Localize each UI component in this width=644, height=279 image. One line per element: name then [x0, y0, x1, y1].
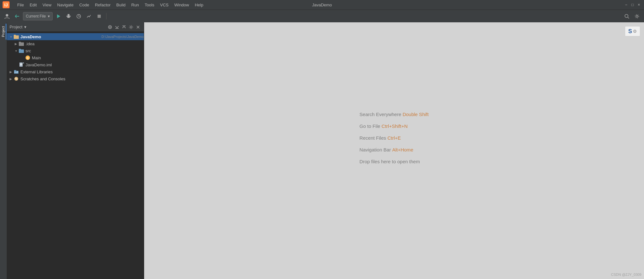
scratches-icon: ✎	[13, 76, 19, 81]
svg-point-3	[6, 14, 8, 17]
maximize-button[interactable]: □	[630, 2, 635, 7]
welcome-hints: Search Everywhere Double Shift Go to Fil…	[360, 112, 429, 164]
tree-item-ext-lib[interactable]: ▶ External Libraries	[7, 68, 144, 75]
expand-all-button[interactable]	[121, 24, 127, 30]
project-panel-header: Project ▾	[7, 22, 144, 32]
menu-file[interactable]: File	[15, 2, 26, 8]
tree-item-scratches[interactable]: ▶ ✎ Scratches and Consoles	[7, 75, 144, 82]
hint-drop-text: Drop files here to open them	[360, 159, 420, 164]
svg-point-18	[130, 26, 132, 28]
locate-file-button[interactable]	[107, 24, 113, 30]
hint-drop: Drop files here to open them	[360, 159, 429, 164]
app-title: JavaDemo	[312, 3, 332, 7]
tree-item-src[interactable]: ▾ src	[7, 47, 144, 54]
menu-vcs[interactable]: VCS	[157, 2, 171, 8]
tree-arrow-src: ▾	[13, 49, 18, 53]
close-button[interactable]: ×	[636, 2, 641, 7]
hint-search-text: Search Everywhere	[360, 112, 403, 117]
tree-arrow-javademo: ▾	[8, 35, 13, 39]
hint-search-shortcut: Double Shift	[403, 112, 429, 117]
settings-button[interactable]	[633, 12, 641, 21]
iml-icon	[18, 62, 24, 67]
hint-goto-shortcut: Ctrl+Shift+N	[382, 123, 408, 129]
hint-recent: Recent Files Ctrl+E	[360, 135, 429, 141]
hint-navbar-text: Navigation Bar	[360, 147, 392, 152]
svg-text:IJ: IJ	[4, 3, 8, 7]
svg-text:✎: ✎	[15, 77, 18, 81]
scratches-label: Scratches and Consoles	[20, 77, 144, 81]
main-layout: Project Project ▾	[0, 22, 644, 279]
minimize-button[interactable]: −	[624, 2, 629, 7]
folder-icon-javademo	[13, 34, 19, 39]
editor-s-icon: S	[628, 28, 632, 35]
run-button[interactable]	[54, 12, 63, 21]
sidebar-tab-strip: Project	[0, 22, 7, 279]
menu-window[interactable]: Window	[172, 2, 192, 8]
javademo-label: JavaDemo	[20, 34, 99, 39]
svg-rect-32	[16, 72, 17, 73]
hint-recent-shortcut: Ctrl+E	[387, 135, 401, 141]
tree-arrow-idea: ▶	[13, 42, 18, 46]
svg-rect-5	[68, 14, 70, 15]
run-config-dropdown-icon: ▾	[48, 14, 50, 18]
tree-item-javademo[interactable]: ▾ JavaDemo D:\JavaProjects\JavaDemo	[7, 33, 144, 40]
menu-code[interactable]: Code	[77, 2, 92, 8]
folder-icon-idea	[18, 41, 24, 46]
svg-rect-31	[15, 71, 15, 73]
project-panel: Project ▾	[7, 22, 144, 279]
collapse-all-button[interactable]	[114, 24, 120, 30]
tree-arrow-ext-lib: ▶	[8, 70, 13, 74]
hint-search: Search Everywhere Double Shift	[360, 112, 429, 117]
hint-recent-text: Recent Files	[360, 135, 388, 141]
close-panel-button[interactable]	[135, 24, 141, 30]
svg-rect-6	[67, 15, 70, 18]
svg-line-10	[628, 17, 629, 18]
watermark: CSDN @ZJY_0309	[611, 273, 641, 276]
svg-point-12	[635, 14, 639, 18]
navigate-back-button[interactable]	[13, 12, 22, 21]
sidebar-tab-project[interactable]: Project	[1, 24, 6, 40]
settings-button-panel[interactable]	[128, 24, 134, 30]
run-config-dropdown[interactable]: Current File ▾	[23, 12, 53, 20]
project-panel-title: Project	[10, 25, 22, 29]
menu-refactor[interactable]: Refactor	[92, 2, 113, 8]
panel-header-buttons	[107, 24, 141, 30]
src-label: src	[26, 48, 144, 53]
svg-text:C: C	[27, 56, 29, 60]
menu-run[interactable]: Run	[129, 2, 142, 8]
hint-goto-text: Go to File	[360, 123, 382, 129]
hint-navbar-shortcut: Alt+Home	[392, 147, 413, 152]
idea-label: .idea	[26, 41, 144, 46]
menu-navigate[interactable]: Navigate	[55, 2, 76, 8]
profile-button[interactable]	[74, 12, 83, 21]
menu-build[interactable]: Build	[114, 2, 128, 8]
menu-edit[interactable]: Edit	[27, 2, 39, 8]
tree-item-main[interactable]: ▶ C Main	[7, 54, 144, 61]
iml-label: JavaDemo.iml	[26, 62, 144, 67]
svg-rect-30	[14, 70, 16, 71]
project-panel-dropdown-icon[interactable]: ▾	[24, 25, 26, 29]
menu-tools[interactable]: Tools	[142, 2, 157, 8]
editor-floating-icon: S ⚙	[625, 26, 640, 36]
javademo-path: D:\JavaProjects\JavaDemo	[101, 35, 144, 39]
toolbar: Current File ▾	[0, 10, 644, 22]
search-everywhere-button[interactable]	[622, 12, 631, 21]
debug-button[interactable]	[64, 12, 73, 21]
hint-navbar: Navigation Bar Alt+Home	[360, 147, 429, 152]
window-controls: − □ ×	[624, 2, 641, 7]
project-tree: ▾ JavaDemo D:\JavaProjects\JavaDemo ▶ .i…	[7, 32, 144, 279]
hint-goto: Go to File Ctrl+Shift+N	[360, 123, 429, 129]
folder-icon-src	[18, 48, 24, 53]
tree-item-idea[interactable]: ▶ .idea	[7, 40, 144, 47]
editor-gear-icon: ⚙	[633, 29, 637, 34]
stop-button[interactable]	[95, 12, 104, 21]
svg-rect-33	[17, 71, 18, 73]
vcs-user-button[interactable]	[3, 12, 11, 21]
coverage-button[interactable]	[84, 12, 93, 21]
class-icon-main: C	[25, 55, 31, 60]
tree-item-iml[interactable]: ▶ JavaDemo.iml	[7, 61, 144, 68]
menu-view[interactable]: View	[40, 2, 54, 8]
menu-help[interactable]: Help	[192, 2, 206, 8]
ext-lib-icon	[13, 69, 19, 74]
title-bar: IJ File Edit View Navigate Code Refactor…	[0, 0, 644, 10]
